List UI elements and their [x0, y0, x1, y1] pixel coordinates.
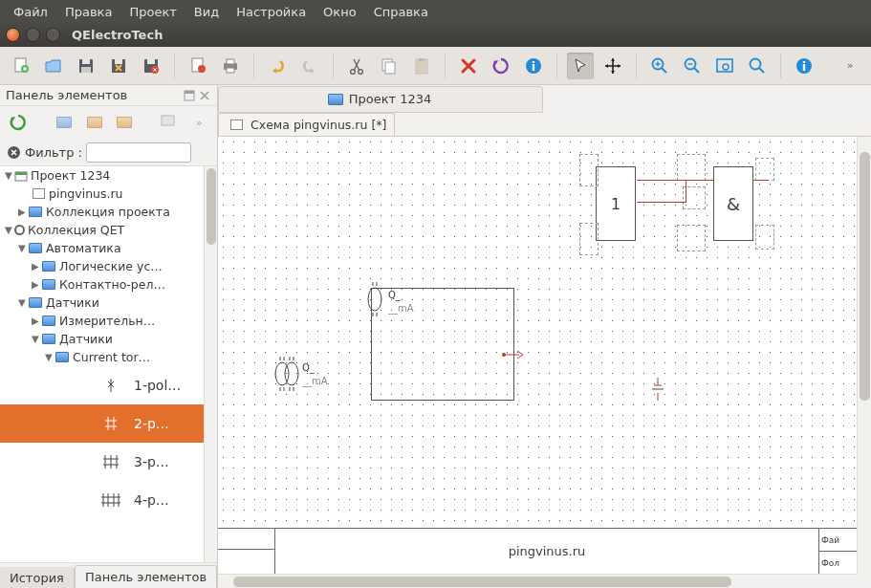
tree-project[interactable]: ▼Проект 1234 [0, 166, 204, 185]
selection-handle[interactable] [755, 225, 774, 250]
folder-icon [328, 94, 343, 105]
filter-input[interactable] [86, 142, 191, 163]
svg-rect-19 [416, 59, 427, 74]
edit-category-button[interactable] [82, 110, 107, 135]
component-terminal-1[interactable] [500, 345, 529, 364]
menu-edit[interactable]: Правка [57, 3, 120, 21]
svg-text:i: i [802, 59, 806, 74]
copy-button[interactable] [376, 53, 403, 79]
print-button[interactable] [217, 53, 244, 79]
title-block-name: pingvinus.ru [275, 529, 818, 574]
canvas-vscrollbar[interactable] [857, 137, 871, 574]
new-element-button[interactable] [156, 110, 181, 135]
svg-point-15 [351, 69, 356, 74]
svg-rect-6 [115, 59, 122, 64]
main-toolbar: i i » [0, 47, 871, 85]
schematic-canvas[interactable]: 1 & Q_ __mA Q_ __mA [218, 137, 857, 574]
new-category-button[interactable] [52, 110, 76, 135]
selection-handle[interactable] [677, 154, 706, 181]
svg-rect-13 [227, 59, 234, 64]
save-as-button[interactable] [105, 53, 132, 79]
tree-project-collection[interactable]: ▶Коллекция проекта [0, 203, 204, 221]
toggle-button[interactable]: » [186, 110, 211, 135]
tree-sensors[interactable]: ▼Датчики [0, 294, 204, 312]
tree-qet-collection[interactable]: ▼Коллекция QET [0, 221, 204, 239]
zoom-reset-button[interactable] [744, 53, 771, 79]
svg-rect-35 [15, 172, 27, 175]
component-terminal-2[interactable] [648, 376, 677, 404]
save-button[interactable] [73, 53, 99, 79]
info-button[interactable]: i [520, 53, 547, 79]
menu-project[interactable]: Проект [121, 3, 184, 21]
menu-view[interactable]: Вид [186, 3, 227, 21]
selection-handle[interactable] [755, 158, 774, 181]
more-button[interactable]: » [837, 53, 863, 79]
tree-sensors2[interactable]: ▼Датчики [0, 330, 204, 348]
zoom-out-button[interactable] [679, 53, 706, 79]
tree-scrollbar[interactable] [204, 166, 217, 562]
svg-rect-32 [162, 116, 174, 125]
new-button[interactable] [8, 53, 34, 79]
zoom-in-button[interactable] [646, 53, 673, 79]
tree-element-4pol[interactable]: 4-p… [0, 481, 204, 519]
selection-handle[interactable] [579, 154, 599, 186]
undo-button[interactable] [264, 53, 291, 79]
title-block-folder: Фол [819, 552, 857, 574]
menu-settings[interactable]: Настройка [229, 3, 314, 21]
selection-handle[interactable] [579, 223, 599, 255]
svg-rect-3 [82, 59, 90, 64]
menu-help[interactable]: Справка [366, 3, 436, 21]
panel-tab-history[interactable]: История [0, 567, 75, 588]
svg-rect-20 [419, 58, 425, 61]
tree-diagram[interactable]: pingvinus.ru [0, 185, 204, 203]
panel-toolbar: » [0, 106, 217, 139]
window-minimize-button[interactable] [26, 28, 40, 42]
tree-measure[interactable]: ▶Измерительн… [0, 312, 204, 330]
tree-element-3pol[interactable]: 3-p… [0, 443, 204, 481]
import-button[interactable] [185, 53, 211, 79]
svg-rect-8 [147, 59, 155, 64]
redo-button [296, 53, 323, 79]
elements-panel: Панель элементов » Фильтр : ▼Проект 1234… [0, 85, 218, 588]
tree-automation[interactable]: ▼Автоматика [0, 239, 204, 257]
panel-tab-elements[interactable]: Панель элементов [75, 565, 217, 588]
panel-close-icon[interactable] [198, 89, 211, 102]
logic-gate-buffer[interactable]: 1 [596, 166, 636, 241]
svg-point-38 [285, 362, 298, 385]
svg-rect-4 [81, 67, 91, 73]
cut-button[interactable] [343, 53, 370, 79]
svg-point-16 [359, 69, 363, 74]
tree-current-tor[interactable]: ▼Current tor… [0, 348, 204, 366]
tree-logic[interactable]: ▶Логические ус… [0, 257, 204, 275]
delete-button[interactable] [455, 53, 482, 79]
diagram-tab[interactable]: Схема pingvinus.ru [*] [218, 113, 395, 136]
paste-button [408, 53, 435, 79]
pointer-tool-button[interactable] [567, 53, 594, 79]
canvas-hscrollbar[interactable] [218, 574, 857, 588]
title-block-file: Фай [819, 529, 857, 552]
tree-contact[interactable]: ▶Контактно-рел… [0, 275, 204, 294]
open-button[interactable] [40, 53, 67, 79]
zoom-fit-button[interactable] [711, 53, 738, 79]
tree-element-1pol[interactable]: 1-pol… [0, 366, 204, 404]
menu-window[interactable]: Окно [316, 3, 364, 21]
svg-rect-31 [185, 91, 194, 94]
window-close-button[interactable] [6, 28, 20, 42]
elements-tree[interactable]: ▼Проект 1234 pingvinus.ru ▶Коллекция про… [0, 166, 204, 562]
window-maximize-button[interactable] [46, 28, 60, 42]
selection-handle[interactable] [677, 225, 706, 251]
panel-float-icon[interactable] [183, 89, 196, 102]
logic-gate-and[interactable]: & [713, 166, 753, 241]
delete-category-button[interactable] [112, 110, 137, 135]
clear-filter-button[interactable] [6, 144, 21, 160]
move-tool-button[interactable] [599, 53, 626, 79]
close-doc-button[interactable] [138, 53, 164, 79]
about-button[interactable]: i [791, 53, 817, 79]
tree-element-2pol[interactable]: 2-p… [0, 404, 204, 443]
document-tab[interactable]: Проект 1234 [218, 86, 543, 113]
component-transformer-2[interactable] [269, 355, 315, 393]
svg-point-26 [723, 64, 729, 70]
refresh-button[interactable] [6, 110, 31, 135]
rotate-button[interactable] [488, 53, 514, 79]
menu-file[interactable]: Файл [6, 3, 55, 21]
